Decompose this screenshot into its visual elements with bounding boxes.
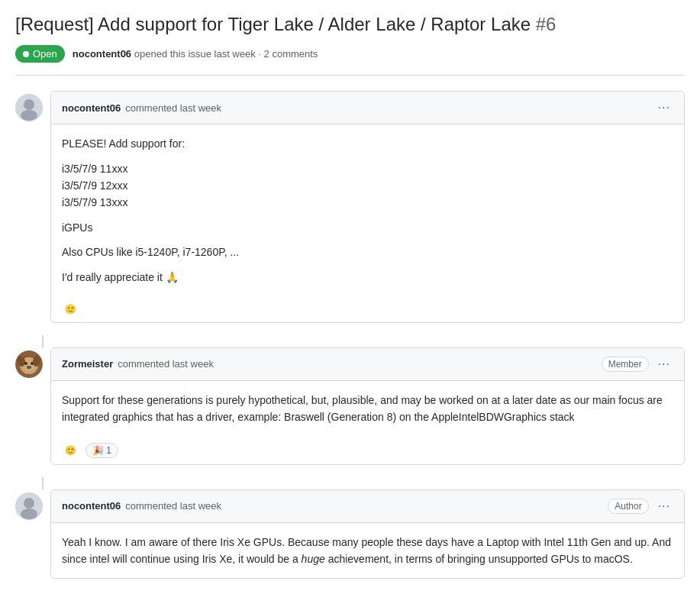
comment-footer: 🙂 🎉 1 (51, 437, 684, 464)
commenter-name: nocontent06 (62, 500, 121, 512)
status-dot (23, 51, 29, 57)
issue-meta: Open nocontent06 opened this issue last … (15, 45, 685, 76)
avatar (15, 350, 43, 378)
comment-time: commented last week (118, 358, 214, 370)
more-options-button[interactable]: ··· (655, 498, 673, 515)
comment-header: nocontent06 commented last week ··· (51, 92, 684, 124)
comment-row: nocontent06 commented last week Author ·… (15, 489, 685, 591)
comment-box: Zormeister commented last week Member ··… (50, 347, 685, 465)
svg-point-2 (21, 110, 37, 121)
comment-header: Zormeister commented last week Member ··… (51, 348, 684, 381)
svg-point-9 (31, 362, 34, 365)
comment-row: Zormeister commented last week Member ··… (15, 347, 685, 477)
more-options-button[interactable]: ··· (655, 356, 673, 373)
comments-section: nocontent06 commented last week ··· PLEA… (15, 91, 685, 591)
comment-footer: 🙂 (51, 296, 684, 322)
comment-body: Yeah I know. I am aware of there Iris Xe… (51, 523, 684, 579)
comment-body: PLEASE! Add support for: i3/5/7/9 11xxxi… (51, 124, 684, 296)
issue-author-link[interactable]: nocontent06 (73, 48, 131, 60)
svg-point-13 (21, 509, 37, 519)
more-options-button[interactable]: ··· (655, 99, 673, 116)
commenter-name: nocontent06 (62, 102, 121, 114)
timeline-connector (29, 335, 685, 347)
avatar (15, 94, 43, 121)
svg-point-10 (27, 366, 31, 369)
avatar (15, 492, 43, 520)
commenter-name: Zormeister (62, 358, 113, 370)
author-badge: Author (608, 499, 648, 514)
comment-time: commented last week (125, 500, 221, 512)
comment-box: nocontent06 commented last week ··· PLEA… (50, 91, 685, 323)
status-badge: Open (15, 45, 65, 63)
timeline-connector (29, 477, 685, 489)
svg-point-8 (24, 362, 27, 365)
comment-body: Support for these generations is purely … (51, 381, 684, 437)
issue-number: #6 (536, 14, 556, 34)
svg-point-1 (24, 99, 34, 110)
svg-point-12 (24, 498, 34, 509)
member-badge: Member (602, 357, 649, 372)
add-reaction-button[interactable]: 🙂 (62, 444, 79, 457)
add-reaction-button[interactable]: 🙂 (62, 302, 79, 316)
comment-row: nocontent06 commented last week ··· PLEA… (15, 91, 685, 335)
comment-time: commented last week (125, 102, 221, 114)
comment-box: nocontent06 commented last week Author ·… (50, 489, 685, 580)
party-reaction-button[interactable]: 🎉 1 (85, 443, 118, 458)
issue-meta-text: nocontent06 opened this issue last week … (73, 48, 318, 60)
comment-header: nocontent06 commented last week Author ·… (51, 490, 684, 523)
status-label: Open (33, 48, 57, 60)
page-title: [Request] Add support for Tiger Lake / A… (15, 12, 685, 36)
